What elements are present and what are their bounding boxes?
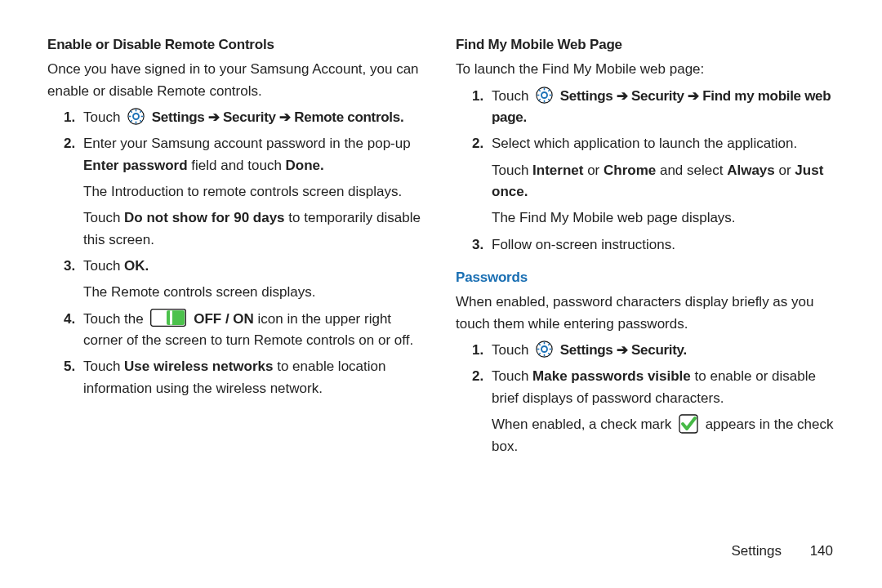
right-column: Find My Mobile Web Page To launch the Fi…	[456, 34, 838, 555]
step1: Touch Settings ➔ Security ➔ Remote con	[64, 107, 430, 128]
step2-a: Enter your Samsung account password in t…	[83, 136, 411, 151]
fmm2-se: and select	[656, 163, 727, 178]
step1-text-b: Settings ➔ Security ➔ Remote controls.	[152, 109, 404, 125]
step5-a: Touch	[83, 359, 124, 374]
fmm2-sg: or	[775, 163, 795, 178]
svg-line-31	[548, 344, 550, 345]
pw2-b: Make passwords visible	[532, 368, 691, 384]
fmm2-sa: Touch	[492, 163, 532, 178]
off-on-toggle-icon	[150, 309, 186, 327]
svg-point-24	[541, 346, 547, 352]
manual-page: Enable or Disable Remote Controls Once y…	[0, 0, 882, 588]
fmm-step1: Touch Settings ➔ Security ➔ Find my mo	[472, 86, 838, 129]
step2-c: field and touch	[188, 158, 286, 173]
steps-findmymobile: Touch Settings ➔ Security ➔ Find my mo	[456, 86, 838, 256]
step4-b: OFF / ON	[194, 311, 254, 327]
footer-section: Settings	[731, 543, 781, 559]
svg-line-21	[548, 90, 550, 91]
step5: Touch Use wireless networks to enable lo…	[64, 356, 430, 399]
fmm2-a: Select which application to launch the a…	[492, 136, 797, 151]
footer-page-number: 140	[810, 543, 833, 559]
svg-line-22	[539, 99, 541, 100]
pw2-a: Touch	[492, 368, 532, 384]
fmm2-sc: or	[583, 163, 604, 178]
step3-b: OK.	[124, 258, 149, 274]
steps-passwords: Touch Settings ➔ Security.	[456, 340, 838, 457]
svg-line-32	[539, 353, 541, 354]
step5-b: Use wireless networks	[124, 359, 273, 374]
page-footer: Settings 140	[731, 541, 833, 562]
heading-remote-controls: Enable or Disable Remote Controls	[47, 34, 430, 56]
fmm2-sd: Chrome	[604, 163, 656, 178]
svg-line-9	[131, 120, 132, 122]
step2-sub2-a: Touch	[83, 210, 124, 225]
svg-line-19	[539, 90, 541, 91]
step2: Enter your Samsung account password in t…	[64, 133, 430, 251]
intro-passwords: When enabled, password characters displa…	[456, 292, 838, 335]
fmm-step2: Select which application to launch the a…	[472, 133, 838, 229]
heading-passwords: Passwords	[456, 267, 838, 288]
fmm2-sub: Touch Internet or Chrome and select Alwa…	[492, 160, 838, 203]
pw2-sub: When enabled, a check mark appears in th…	[492, 414, 838, 457]
svg-line-7	[140, 120, 141, 122]
step2-b: Enter password	[83, 158, 188, 173]
step2-d: Done.	[286, 158, 324, 173]
step2-sub2-b: Do not show for 90 days	[124, 210, 284, 225]
step2-sub1: The Introduction to remote controls scre…	[83, 181, 430, 203]
intro-remote-controls: Once you have signed in to your Samsung …	[47, 59, 430, 102]
fmm-step3: Follow on-screen instructions.	[472, 234, 838, 256]
svg-line-29	[539, 344, 541, 345]
fmm1-a: Touch	[492, 88, 532, 104]
step3: Touch OK. The Remote controls screen dis…	[64, 256, 430, 304]
svg-point-1	[133, 114, 139, 119]
step4: Touch the OFF / ON icon in the upper rig…	[64, 309, 430, 352]
fmm2-sf: Always	[727, 163, 775, 178]
steps-remote: Touch Settings ➔ Security ➔ Remote con	[47, 107, 430, 399]
step1-text-a: Touch	[83, 109, 124, 125]
pw-step1: Touch Settings ➔ Security.	[472, 340, 838, 361]
step3-sub: The Remote controls screen displays.	[83, 282, 430, 303]
settings-gear-icon	[536, 341, 553, 358]
fmm2-sb: Internet	[532, 163, 583, 178]
svg-line-8	[140, 111, 141, 113]
fmm2-sub2: The Find My Mobile web page displays.	[492, 207, 838, 229]
settings-gear-icon	[536, 87, 553, 104]
pw2-sa: When enabled, a check mark	[492, 416, 675, 432]
step2-sub2: Touch Do not show for 90 days to tempora…	[83, 207, 430, 251]
pw1-a: Touch	[492, 342, 532, 358]
pw-step2: Touch Make passwords visible to enable o…	[472, 366, 838, 457]
intro-find-my-mobile: To launch the Find My Mobile web page:	[456, 59, 838, 80]
svg-line-6	[131, 111, 132, 113]
svg-point-14	[541, 92, 547, 98]
svg-line-30	[548, 353, 550, 354]
svg-rect-12	[170, 310, 172, 324]
left-column: Enable or Disable Remote Controls Once y…	[47, 34, 430, 555]
settings-gear-icon	[127, 108, 145, 125]
step3-a: Touch	[83, 258, 124, 274]
svg-line-20	[548, 99, 550, 100]
heading-find-my-mobile: Find My Mobile Web Page	[456, 34, 838, 56]
step4-a: Touch the	[83, 311, 147, 327]
pw1-b: Settings ➔ Security.	[560, 342, 687, 358]
svg-rect-11	[167, 310, 185, 325]
checkbox-checked-icon	[679, 414, 698, 434]
